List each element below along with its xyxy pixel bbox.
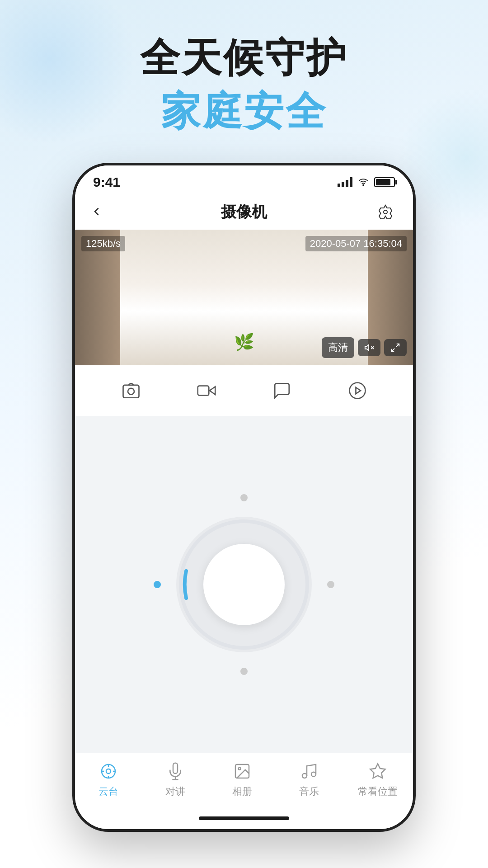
svg-point-8: [128, 388, 134, 395]
ptz-inner-circle[interactable]: [203, 544, 285, 625]
svg-point-0: [363, 185, 364, 186]
svg-point-24: [302, 774, 307, 778]
ptz-dot-left[interactable]: [154, 581, 161, 588]
svg-point-11: [349, 383, 365, 399]
svg-point-1: [384, 210, 387, 214]
intercom-button[interactable]: [269, 378, 295, 403]
favorites-tab-icon: [367, 760, 389, 782]
header-title-line1: 全天候守护: [0, 36, 488, 80]
svg-marker-10: [210, 387, 215, 395]
settings-button[interactable]: [374, 201, 397, 223]
svg-rect-9: [197, 386, 209, 396]
phone-container: 9:41: [72, 163, 416, 832]
tab-intercom[interactable]: 对讲: [157, 760, 193, 798]
quality-button[interactable]: 高清: [322, 337, 354, 358]
wifi-icon: [357, 177, 370, 187]
video-controls: 高清: [322, 337, 407, 358]
ptz-dot-right[interactable]: [327, 581, 334, 588]
svg-point-15: [106, 769, 111, 774]
nav-title: 摄像机: [221, 202, 267, 222]
album-tab-icon: [231, 760, 253, 782]
ptz-dot-bottom[interactable]: [240, 668, 248, 675]
svg-line-6: [392, 349, 394, 351]
status-time: 9:41: [93, 175, 120, 190]
svg-line-5: [396, 344, 399, 347]
tab-favorites[interactable]: 常看位置: [358, 760, 398, 798]
fullscreen-button[interactable]: [384, 339, 407, 356]
plant-decor: 🌿: [234, 333, 254, 352]
status-icons: [338, 177, 395, 187]
signal-icon: [338, 177, 352, 187]
timestamp-label: 2020-05-07 16:35:04: [305, 236, 407, 251]
screenshot-button[interactable]: [118, 378, 144, 403]
video-feed[interactable]: 🌿 125kb/s 2020-05-07 16:35:04 高清: [75, 230, 413, 365]
svg-marker-2: [365, 345, 369, 351]
tools-row: [75, 365, 413, 416]
control-panel: [75, 416, 413, 753]
record-button[interactable]: [194, 378, 219, 403]
album-tab-label: 相册: [232, 785, 252, 798]
mute-button[interactable]: [358, 339, 380, 356]
header-section: 全天候守护 家庭安全: [0, 36, 488, 138]
svg-rect-7: [123, 385, 139, 398]
ptz-dot-top[interactable]: [240, 494, 248, 501]
svg-marker-12: [356, 387, 361, 394]
tab-music[interactable]: 音乐: [291, 760, 327, 798]
tab-bar: 云台 对讲: [75, 753, 413, 812]
phone-frame: 9:41: [72, 163, 416, 832]
playback-button[interactable]: [345, 378, 370, 403]
intercom-tab-icon: [164, 760, 186, 782]
intercom-tab-label: 对讲: [165, 785, 185, 798]
ptz-control[interactable]: [176, 517, 312, 652]
ptz-tab-label: 云台: [99, 785, 118, 798]
battery-icon: [374, 177, 395, 187]
bitrate-label: 125kb/s: [81, 236, 125, 251]
svg-marker-26: [370, 764, 385, 778]
svg-point-25: [311, 772, 316, 777]
status-bar: 9:41: [75, 165, 413, 194]
nav-bar: 摄像机: [75, 194, 413, 230]
favorites-tab-label: 常看位置: [358, 785, 398, 798]
music-tab-icon: [298, 760, 320, 782]
home-indicator: [75, 812, 413, 829]
tab-ptz[interactable]: 云台: [90, 760, 127, 798]
header-title-line2: 家庭安全: [0, 85, 488, 138]
tab-album[interactable]: 相册: [224, 760, 260, 798]
music-tab-label: 音乐: [299, 785, 319, 798]
svg-point-23: [239, 768, 241, 770]
back-button[interactable]: [91, 204, 114, 221]
ptz-tab-icon: [98, 760, 119, 782]
